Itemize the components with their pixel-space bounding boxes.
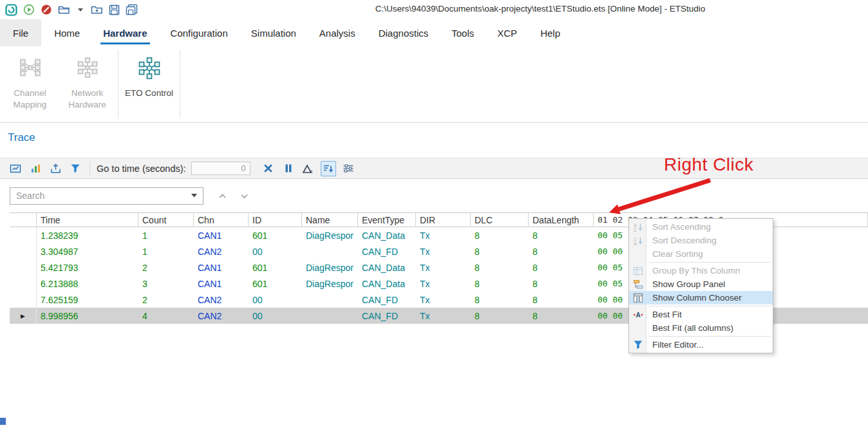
sort-asc-icon: AZ (633, 222, 643, 232)
dropdown-icon (78, 8, 83, 12)
column-header-name[interactable]: Name (302, 213, 358, 227)
clear-button[interactable] (261, 161, 276, 176)
cell-chn: CAN2 (194, 243, 249, 259)
cell-dir: Tx (416, 276, 471, 292)
tab-tools[interactable]: Tools (440, 19, 486, 46)
cell-count: 1 (138, 243, 194, 259)
pause-icon (284, 164, 293, 173)
tab-file[interactable]: File (0, 19, 41, 46)
network-hardware-button[interactable]: Network Hardware (59, 46, 116, 122)
menu-item-icon-cell (629, 340, 646, 350)
cell-datalength: 8 (529, 292, 594, 308)
row-indicator (10, 243, 37, 259)
best-fit-icon: A (633, 310, 643, 320)
menu-item-label: Filter Editor... (646, 340, 704, 350)
export-icon (50, 164, 61, 174)
channel-mapping-button[interactable]: Channel Mapping (1, 46, 59, 122)
menu-item-label: Group By This Column (646, 266, 740, 276)
tab-help[interactable]: Help (529, 19, 572, 46)
new-folder-button[interactable] (91, 3, 103, 17)
tab-hardware[interactable]: Hardware (91, 19, 158, 46)
cell-dlc: 8 (471, 292, 529, 308)
menu-item-icon-cell (629, 266, 646, 276)
tab-simulation[interactable]: Simulation (240, 19, 308, 46)
save-all-icon (126, 4, 138, 15)
save-button[interactable] (109, 3, 120, 17)
menu-item-clear-sorting: Clear Sorting (629, 247, 773, 261)
dropdown-button[interactable] (76, 3, 85, 17)
clear-icon (263, 164, 273, 173)
open-folder-button[interactable] (58, 3, 70, 17)
tab-xcp[interactable]: XCP (486, 19, 529, 46)
group-panel-icon (633, 279, 643, 290)
cell-dir: Tx (416, 259, 471, 276)
tab-analysis[interactable]: Analysis (308, 19, 367, 46)
app-logo-button[interactable] (5, 3, 17, 17)
record-icon (41, 4, 52, 15)
menu-separator (648, 306, 771, 306)
channel-mapping-label: Channel Mapping (1, 88, 59, 110)
search-row: Search (10, 187, 252, 205)
menu-separator (648, 262, 771, 263)
delta-time-button[interactable]: t (301, 161, 316, 176)
column-header-eventtype[interactable]: EventType (358, 213, 416, 227)
cell-dlc: 8 (471, 227, 529, 243)
cell-chn: CAN1 (194, 227, 249, 243)
bar-chart-button[interactable] (28, 161, 43, 176)
cell-chn: CAN2 (194, 308, 249, 324)
cell-dlc: 8 (471, 259, 529, 276)
export-button[interactable] (48, 161, 63, 176)
chevron-up-icon (218, 193, 227, 199)
search-next-button[interactable] (236, 188, 252, 203)
menu-item-sort-ascending: AZSort Ascending (629, 220, 773, 234)
column-header-count[interactable]: Count (138, 213, 194, 227)
cell-datalength: 8 (529, 308, 594, 324)
menu-item-icon-cell: ZA (629, 236, 646, 246)
pause-button[interactable] (281, 161, 296, 176)
column-header-time[interactable]: Time (37, 213, 138, 227)
cell-count: 1 (138, 227, 194, 243)
goto-time-input[interactable] (191, 162, 250, 175)
window-title: C:\Users\94039\Documents\oak-projecty\te… (219, 4, 862, 14)
combo-dropdown-icon[interactable] (191, 194, 197, 198)
save-all-button[interactable] (126, 3, 138, 17)
cell-id: 00 (249, 243, 302, 259)
search-previous-button[interactable] (214, 188, 231, 203)
column-header-dlc[interactable]: DLC (471, 213, 529, 227)
column-header-id[interactable]: ID (249, 213, 302, 227)
open-folder-icon (58, 5, 70, 15)
context-menu-items: AZSort AscendingZASort DescendingClear S… (629, 220, 773, 351)
cell-id: 00 (249, 292, 302, 308)
tab-home[interactable]: Home (42, 19, 91, 46)
column-header-chn[interactable]: Chn (194, 213, 249, 227)
menu-item-best-fit-all-columns[interactable]: Best Fit (all columns) (629, 321, 773, 335)
run-button[interactable] (23, 3, 35, 17)
cell-name: DiagRespor (302, 227, 358, 243)
record-button[interactable] (41, 3, 52, 17)
menu-item-show-group-panel[interactable]: Show Group Panel (629, 277, 773, 291)
filter-settings-button[interactable] (341, 161, 356, 176)
trace-window-button[interactable] (8, 161, 23, 176)
eto-control-button[interactable]: ETO Control (120, 46, 178, 122)
titlebar: C:\Users\94039\Documents\oak-projecty\te… (0, 0, 868, 19)
sort-button[interactable] (321, 161, 336, 176)
cell-time: 7.625159 (37, 292, 138, 308)
menu-item-filter-editor[interactable]: Filter Editor... (629, 338, 773, 351)
search-input[interactable]: Search (10, 187, 203, 205)
menu-item-show-column-chooser[interactable]: Show Column Chooser (629, 291, 773, 304)
cell-event: CAN_Data (358, 276, 416, 292)
filter-icon (70, 164, 80, 173)
cell-time: 5.421793 (37, 259, 138, 276)
filter-button[interactable] (68, 161, 83, 176)
tab-configuration[interactable]: Configuration (159, 19, 240, 46)
menu-item-best-fit[interactable]: ABest Fit (629, 308, 773, 321)
cell-name (302, 308, 358, 324)
cell-time: 8.998956 (37, 308, 138, 324)
cell-dir: Tx (416, 308, 471, 324)
tab-diagnostics[interactable]: Diagnostics (367, 19, 440, 46)
cell-id: 601 (249, 259, 302, 276)
scroll-corner-chip (0, 418, 6, 425)
column-header-dir[interactable]: DIR (416, 213, 471, 227)
column-header-datalength[interactable]: DataLength (529, 213, 594, 227)
row-indicator (10, 227, 37, 243)
